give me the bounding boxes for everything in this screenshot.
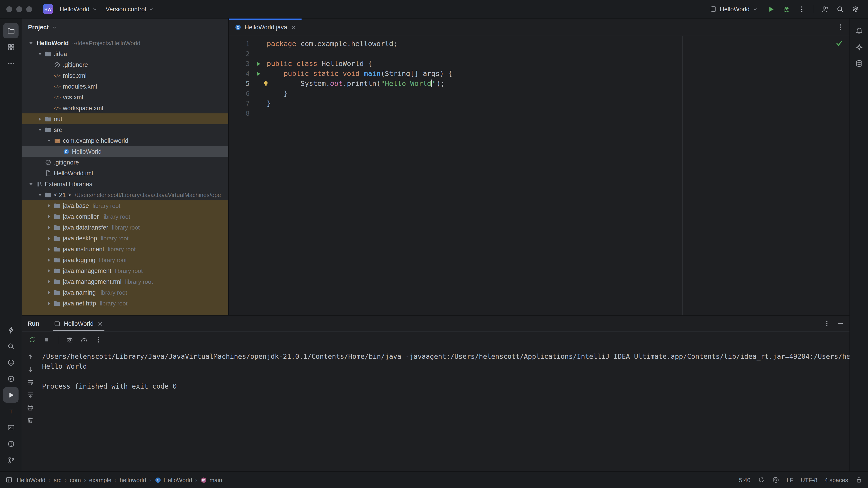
soft-wrap-button[interactable] [25, 377, 36, 388]
tree-row[interactable]: java.net.httplibrary root [22, 298, 228, 308]
breadcrumb-item[interactable]: mmain [200, 477, 222, 483]
file-encoding[interactable]: UTF-8 [801, 477, 817, 483]
scroll-down-button[interactable] [25, 364, 36, 375]
tree-row[interactable]: External Libraries [22, 178, 228, 189]
rerun-button[interactable] [27, 334, 37, 345]
expand-arrow-icon[interactable] [27, 180, 35, 188]
breadcrumb-item[interactable]: src [54, 477, 61, 483]
tree-row[interactable]: java.baselibrary root [22, 200, 228, 211]
expand-arrow-icon[interactable] [45, 234, 53, 242]
tree-row[interactable]: java.datatransferlibrary root [22, 222, 228, 233]
tree-row[interactable]: </>workspace.xml [22, 103, 228, 113]
workspace-widget-icon[interactable] [5, 476, 13, 484]
expand-arrow-icon[interactable] [45, 267, 53, 274]
run-gutter-icon[interactable] [253, 69, 263, 78]
stop-button[interactable] [41, 334, 52, 345]
project-panel-header[interactable]: Project [22, 19, 228, 36]
breadcrumb-item[interactable]: HelloWorld [17, 477, 45, 483]
breadcrumb-item[interactable]: CHelloWorld [154, 477, 192, 483]
tools-icon[interactable]: T [3, 403, 19, 419]
tree-row[interactable]: .gitignore [22, 59, 228, 70]
scroll-up-button[interactable] [25, 352, 36, 362]
services-icon[interactable] [3, 371, 19, 386]
structure-icon[interactable] [3, 39, 19, 55]
tree-row[interactable]: java.instrumentlibrary root [22, 243, 228, 254]
tree-row[interactable]: </>vcs.xml [22, 92, 228, 103]
code-with-me-button[interactable] [818, 3, 831, 15]
expand-arrow-icon[interactable] [45, 256, 53, 264]
console-more-button[interactable] [93, 334, 104, 345]
expand-arrow-icon[interactable] [45, 202, 53, 209]
readonly-lock-icon[interactable] [855, 476, 863, 484]
tree-row[interactable]: java.logginglibrary root [22, 254, 228, 265]
tree-row[interactable]: < 21 >/Users/helenscott/Library/Java/Jav… [22, 189, 228, 200]
close-window-button[interactable] [6, 6, 12, 12]
expand-arrow-icon[interactable] [36, 50, 44, 58]
run-options-icon[interactable] [823, 320, 831, 327]
minimize-window-button[interactable] [16, 6, 22, 12]
breadcrumb-item[interactable]: helloworld [120, 477, 146, 483]
expand-arrow-icon[interactable] [36, 191, 44, 199]
expand-arrow-icon[interactable] [36, 115, 44, 123]
find-icon[interactable] [3, 338, 19, 354]
print-button[interactable] [25, 402, 36, 413]
expand-arrow-icon[interactable] [45, 299, 53, 307]
debug-button[interactable] [780, 3, 793, 15]
expand-arrow-icon[interactable] [45, 137, 53, 144]
expand-arrow-icon[interactable] [45, 289, 53, 296]
tree-row[interactable]: .idea [22, 48, 228, 59]
tree-row[interactable]: out [22, 113, 228, 124]
close-tab-icon[interactable] [290, 24, 297, 31]
tree-row[interactable]: HelloWorld.iml [22, 168, 228, 178]
intention-bulb-icon[interactable] [262, 80, 270, 87]
tree-row[interactable] [22, 308, 228, 315]
expand-arrow-icon[interactable] [45, 245, 53, 253]
more-actions-button[interactable] [795, 3, 808, 15]
ai-assistant-icon[interactable] [3, 355, 19, 370]
tree-row[interactable]: .gitignore [22, 157, 228, 168]
expand-arrow-icon[interactable] [27, 39, 35, 47]
tree-row[interactable]: src [22, 124, 228, 135]
notifications-icon[interactable] [851, 23, 867, 38]
indent-config[interactable]: 4 spaces [825, 477, 848, 483]
editor-tab[interactable]: C HelloWorld.java [229, 19, 302, 36]
tree-row[interactable]: java.naminglibrary root [22, 287, 228, 298]
scroll-to-end-button[interactable] [25, 390, 36, 400]
code-editor[interactable]: 1package com.example.helloworld;23public… [229, 36, 849, 315]
caret-position[interactable]: 5:40 [739, 477, 750, 483]
tree-row[interactable]: HelloWorld~/IdeaProjects/HelloWorld [22, 37, 228, 48]
tree-row[interactable]: CHelloWorld [22, 146, 228, 157]
version-control-icon[interactable] [3, 452, 19, 468]
database-icon[interactable] [851, 56, 867, 71]
run-tab[interactable]: HelloWorld [50, 316, 108, 331]
editor-options-icon[interactable] [837, 24, 844, 31]
close-tab-icon[interactable] [97, 320, 103, 327]
annotations-icon[interactable] [772, 476, 779, 484]
settings-button[interactable] [849, 3, 862, 15]
expand-arrow-icon[interactable] [45, 223, 53, 231]
expand-arrow-icon[interactable] [36, 126, 44, 133]
expand-arrow-icon[interactable] [45, 278, 53, 285]
tree-row[interactable]: </>modules.xml [22, 81, 228, 92]
tree-row[interactable]: com.example.helloworld [22, 135, 228, 146]
more-tools-icon[interactable] [3, 56, 19, 71]
hide-tool-window-icon[interactable] [837, 320, 844, 327]
project-tool-icon[interactable] [3, 23, 19, 38]
run-configuration-selector[interactable]: HelloWorld [706, 3, 762, 15]
zoom-window-button[interactable] [26, 6, 32, 12]
problems-icon[interactable] [3, 436, 19, 451]
terminal-icon[interactable] [3, 420, 19, 435]
run-gutter-icon[interactable] [253, 59, 263, 69]
breadcrumb-item[interactable]: com [70, 477, 81, 483]
ai-icon[interactable] [851, 39, 867, 55]
zap-icon[interactable] [3, 322, 19, 337]
sync-status-icon[interactable] [758, 476, 765, 484]
tree-row[interactable]: java.compilerlibrary root [22, 211, 228, 222]
expand-arrow-icon[interactable] [45, 213, 53, 220]
tree-row[interactable]: java.managementlibrary root [22, 265, 228, 276]
tree-row[interactable]: </>misc.xml [22, 70, 228, 81]
line-separator[interactable]: LF [786, 477, 794, 483]
run-button[interactable] [765, 3, 777, 15]
run-tool-icon[interactable] [3, 387, 19, 402]
profiler-button[interactable] [79, 334, 90, 345]
